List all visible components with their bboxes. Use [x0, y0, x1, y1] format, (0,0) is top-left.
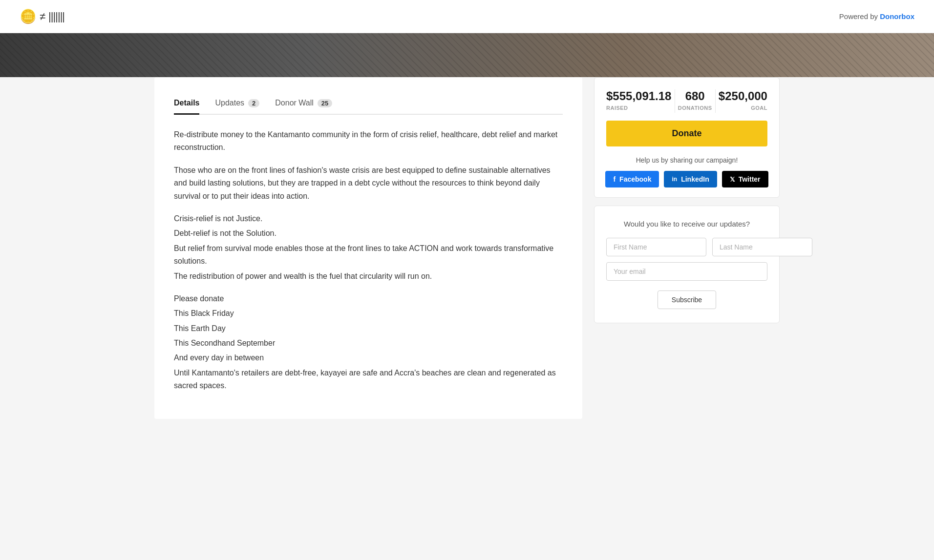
donate-line-3: This Earth Day — [174, 322, 563, 335]
tab-updates-badge: 2 — [248, 99, 259, 107]
stats-row: $555,091.18 RAISED 680 DONATIONS $250,00… — [606, 89, 767, 113]
first-name-input[interactable] — [606, 238, 706, 256]
updates-title: Would you like to receive our updates? — [606, 220, 767, 228]
stat-divider-1 — [675, 89, 675, 113]
donate-line-2: This Black Friday — [174, 307, 563, 320]
linkedin-label: LinkedIn — [681, 175, 709, 183]
tab-details-label: Details — [174, 99, 199, 107]
facebook-label: Facebook — [619, 175, 651, 183]
tab-updates[interactable]: Updates 2 — [215, 93, 259, 115]
raised-label: RAISED — [606, 105, 671, 111]
share-label: Help us by sharing our campaign! — [606, 156, 767, 164]
donate-line-6: Until Kantamanto's retailers are debt-fr… — [174, 367, 563, 393]
last-name-input[interactable] — [712, 238, 812, 256]
tab-donor-wall-badge: 25 — [318, 99, 332, 107]
logo-icon: 🪙 — [20, 8, 37, 24]
tabs-container: Details Updates 2 Donor Wall 25 — [174, 93, 563, 115]
donate-line-5: And every day in between — [174, 352, 563, 364]
stat-raised: $555,091.18 RAISED — [606, 89, 671, 111]
tab-updates-label: Updates — [215, 99, 244, 107]
main-content: Details Updates 2 Donor Wall 25 Re-distr… — [125, 77, 809, 419]
paragraph-2: Those who are on the front lines of fash… — [174, 164, 563, 203]
tab-donor-wall-label: Donor Wall — [275, 99, 314, 107]
tab-details[interactable]: Details — [174, 93, 199, 115]
donate-lines: Please donate This Black Friday This Ear… — [174, 292, 563, 393]
powered-by-text: Powered by Donorbox — [839, 12, 914, 21]
list-item-4: The redistribution of power and wealth i… — [174, 270, 563, 283]
left-panel: Details Updates 2 Donor Wall 25 Re-distr… — [154, 77, 582, 419]
donations-label: DONATIONS — [678, 105, 712, 111]
goal-label: GOAL — [719, 105, 767, 111]
linkedin-icon: in — [672, 176, 677, 183]
right-panel: $555,091.18 RAISED 680 DONATIONS $250,00… — [594, 77, 780, 419]
stat-goal: $250,000 GOAL — [719, 89, 767, 111]
twitter-label: Twitter — [739, 175, 761, 183]
subscribe-button[interactable]: Subscribe — [658, 290, 716, 309]
name-fields-row — [606, 238, 767, 256]
donate-line-4: This Secondhand September — [174, 337, 563, 350]
facebook-icon: f — [613, 175, 616, 183]
donations-value: 680 — [678, 89, 712, 103]
twitter-share-button[interactable]: 𝕏 Twitter — [722, 171, 768, 187]
list-items: Crisis-relief is not Justice. Debt-relie… — [174, 212, 563, 283]
facebook-share-button[interactable]: f Facebook — [605, 171, 659, 187]
hero-banner — [0, 33, 934, 77]
linkedin-share-button[interactable]: in LinkedIn — [664, 171, 717, 187]
list-item-2: Debt-relief is not the Solution. — [174, 227, 563, 240]
list-item-1: Crisis-relief is not Justice. — [174, 212, 563, 225]
barcode-icon: ||||||| — [48, 10, 64, 23]
donate-button[interactable]: Donate — [606, 121, 767, 146]
stats-card: $555,091.18 RAISED 680 DONATIONS $250,00… — [594, 77, 780, 198]
email-input[interactable] — [606, 262, 767, 281]
x-twitter-icon: 𝕏 — [730, 176, 735, 183]
logo-area: 🪙 ≠ ||||||| — [20, 8, 64, 24]
donorbox-link[interactable]: Donorbox — [880, 12, 914, 21]
paragraph-1: Re-distribute money to the Kantamanto co… — [174, 128, 563, 154]
goal-value: $250,000 — [719, 89, 767, 103]
updates-card: Would you like to receive our updates? S… — [594, 206, 780, 323]
stat-divider-2 — [715, 89, 716, 113]
top-navigation: 🪙 ≠ ||||||| Powered by Donorbox — [0, 0, 934, 33]
not-equal-icon: ≠ — [40, 10, 45, 23]
raised-value: $555,091.18 — [606, 89, 671, 103]
share-buttons: f Facebook in LinkedIn 𝕏 Twitter — [606, 171, 767, 187]
stat-donations: 680 DONATIONS — [678, 89, 712, 111]
donate-line-1: Please donate — [174, 292, 563, 305]
content-body: Re-distribute money to the Kantamanto co… — [174, 128, 563, 393]
list-item-3: But relief from survival mode enables th… — [174, 242, 563, 268]
tab-donor-wall[interactable]: Donor Wall 25 — [275, 93, 332, 115]
